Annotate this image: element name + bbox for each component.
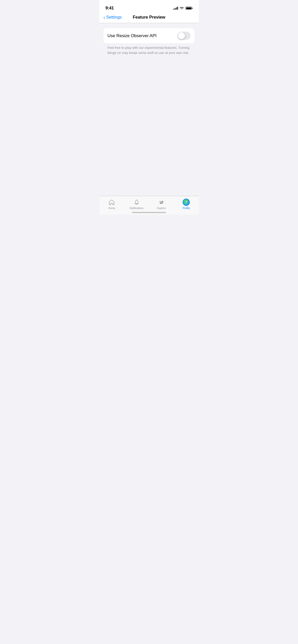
toggle-knob (178, 32, 185, 39)
feature-toggle-label: Use Resize Observer API (107, 33, 157, 38)
tab-home-label: Home (108, 207, 115, 210)
battery-icon (185, 7, 193, 10)
profile-icon: T (183, 199, 190, 206)
tab-notifications[interactable]: Notifications (124, 199, 149, 210)
status-bar: 9:41 (99, 0, 199, 13)
tab-notifications-label: Notifications (130, 207, 143, 210)
home-icon (108, 199, 115, 206)
profile-avatar-inner: T (183, 199, 189, 205)
back-button[interactable]: ‹ Settings (103, 15, 122, 20)
tab-explore-label: Explore (157, 207, 166, 210)
tab-explore[interactable]: Explore (149, 199, 174, 210)
tab-profile-label: Profile (183, 207, 190, 210)
status-icons (173, 7, 193, 10)
profile-avatar: T (183, 199, 190, 206)
back-label: Settings (106, 15, 122, 20)
home-bar (132, 212, 166, 213)
navigation-bar: ‹ Settings Feature Preview (99, 13, 199, 23)
feature-toggle[interactable] (178, 32, 191, 40)
svg-line-5 (160, 201, 160, 201)
feature-toggle-row: Use Resize Observer API (103, 28, 195, 43)
wifi-icon (180, 7, 184, 10)
status-time: 9:41 (105, 6, 114, 11)
main-content: Use Resize Observer API Feel free to pla… (99, 23, 199, 55)
explore-icon (158, 199, 165, 206)
tab-home[interactable]: Home (99, 199, 124, 210)
back-chevron-icon: ‹ (103, 15, 105, 20)
helper-text: Feel free to play with our experimental … (103, 45, 195, 55)
tab-profile[interactable]: T Profile (174, 199, 199, 210)
signal-icon (173, 7, 178, 10)
settings-card: Use Resize Observer API (103, 28, 195, 43)
page-title: Feature Preview (133, 15, 165, 20)
bell-icon (133, 199, 140, 206)
